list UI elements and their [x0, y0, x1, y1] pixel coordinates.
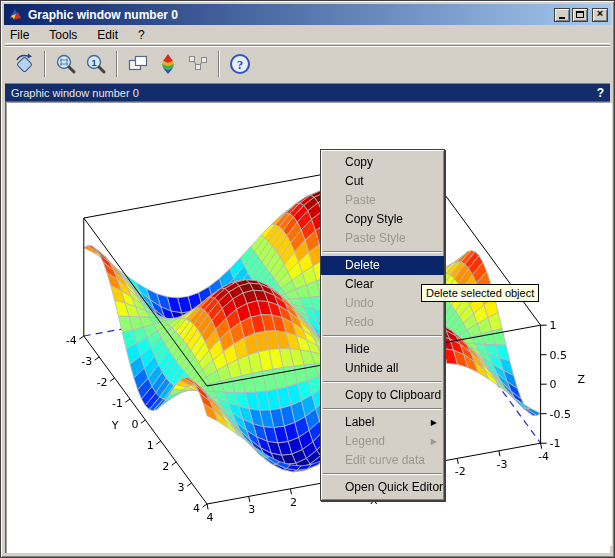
- help-button[interactable]: ?: [226, 50, 254, 78]
- context-menu-item-unhide-all[interactable]: Unhide all: [321, 359, 444, 378]
- maximize-button[interactable]: [572, 8, 588, 22]
- svg-text:1: 1: [91, 57, 96, 67]
- menubar-item-[interactable]: ?: [130, 27, 153, 43]
- tooltip: Delete selected object: [421, 284, 539, 302]
- help-icon: ?: [228, 52, 252, 76]
- context-menu-item-copy-to-clipboard[interactable]: Copy to Clipboard: [321, 386, 444, 405]
- context-menu-item-label[interactable]: Label▶: [321, 413, 444, 432]
- close-button[interactable]: ×: [592, 8, 608, 22]
- svg-text:?: ?: [237, 57, 244, 72]
- title-bar[interactable]: Graphic window number 0 ×: [4, 4, 611, 25]
- tooltip-text: Delete selected object: [426, 287, 534, 299]
- context-menu-item-paste: Paste: [321, 191, 444, 210]
- ged-dialogs-icon: [126, 52, 150, 76]
- plot-area: [5, 101, 610, 553]
- context-menu-separator: [323, 335, 442, 337]
- context-menu-separator: [323, 381, 442, 383]
- info-bar: Graphic window number 0 ?: [5, 83, 610, 101]
- submenu-arrow-icon: ▶: [431, 413, 437, 432]
- window-title: Graphic window number 0: [28, 8, 554, 22]
- menubar-item-file[interactable]: File: [5, 27, 37, 43]
- context-menu-separator: [323, 408, 442, 410]
- info-help-icon[interactable]: ?: [597, 86, 604, 100]
- menubar-item-edit[interactable]: Edit: [89, 27, 126, 43]
- ged-dialogs-button[interactable]: [124, 50, 152, 78]
- submenu-arrow-icon: ▶: [431, 432, 437, 451]
- color-surface-icon: [156, 52, 180, 76]
- menu-bar: FileToolsEdit?: [5, 27, 610, 44]
- original-view-button[interactable]: 1: [82, 50, 110, 78]
- close-icon: ×: [597, 8, 603, 19]
- maximize-icon: [576, 11, 584, 18]
- context-menu-item-paste-style: Paste Style: [321, 229, 444, 248]
- minimize-button[interactable]: [554, 8, 570, 22]
- surface-plot-canvas[interactable]: [7, 103, 612, 546]
- data-nodes-icon: [186, 52, 210, 76]
- original-view-icon: 1: [84, 52, 108, 76]
- rotate-3d-icon: [12, 52, 36, 76]
- context-menu-separator: [323, 251, 442, 253]
- zoom-area-icon: [54, 52, 78, 76]
- context-menu-separator: [323, 473, 442, 475]
- context-menu-item-open-quick-editor[interactable]: Open Quick Editor: [321, 478, 444, 497]
- data-nodes-button[interactable]: [184, 50, 212, 78]
- context-menu-item-copy-style[interactable]: Copy Style: [321, 210, 444, 229]
- menubar-item-tools[interactable]: Tools: [41, 27, 85, 43]
- minimize-icon: [559, 13, 565, 19]
- graphic-window: Graphic window number 0 × FileToolsEdit?…: [0, 0, 615, 558]
- color-surface-button[interactable]: [154, 50, 182, 78]
- context-menu: CopyCutPasteCopy StylePaste StyleDeleteC…: [320, 149, 445, 501]
- rotate-3d-button[interactable]: [10, 50, 38, 78]
- context-menu-item-redo: Redo: [321, 313, 444, 332]
- info-bar-text: Graphic window number 0: [11, 87, 139, 99]
- context-menu-item-copy[interactable]: Copy: [321, 153, 444, 172]
- zoom-area-button[interactable]: [52, 50, 80, 78]
- context-menu-item-legend: Legend▶: [321, 432, 444, 451]
- toolbar: 1?: [5, 45, 610, 81]
- context-menu-item-hide[interactable]: Hide: [321, 340, 444, 359]
- toolbar-separator: [44, 51, 46, 77]
- toolbar-separator: [116, 51, 118, 77]
- context-menu-item-cut[interactable]: Cut: [321, 172, 444, 191]
- context-menu-item-edit-curve-data: Edit curve data: [321, 451, 444, 470]
- window-controls: ×: [554, 8, 608, 22]
- context-menu-item-delete[interactable]: Delete: [321, 256, 444, 275]
- scilab-logo-icon: [7, 7, 23, 23]
- toolbar-separator: [218, 51, 220, 77]
